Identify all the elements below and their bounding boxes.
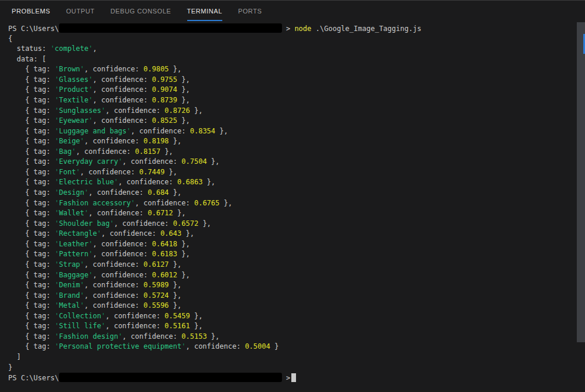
command-args: .\Google_Image_Tagging.js	[311, 25, 421, 33]
tab-output[interactable]: OUTPUT	[66, 1, 95, 21]
confidence-value: 0.5596	[143, 301, 168, 310]
output-line-tag-entry: { tag: 'Metal', confidence: 0.5596 },	[8, 301, 577, 311]
confidence-value: 0.6183	[152, 250, 177, 258]
tab-problems[interactable]: PROBLEMS	[12, 1, 50, 21]
panel-tab-bar: PROBLEMSOUTPUTDEBUG CONSOLETERMINALPORTS	[0, 1, 585, 21]
terminal-viewport[interactable]: PS C:\Users\ > node .\Google_Image_Taggi…	[0, 21, 585, 392]
prompt-prefix: PS C:\Users\	[8, 25, 59, 33]
output-line-tag-entry: { tag: 'Fashion accessory', confidence: …	[8, 198, 577, 209]
confidence-value: 0.643	[160, 229, 181, 238]
output-line-tag-entry: { tag: 'Textile', confidence: 0.8739 },	[8, 95, 577, 106]
confidence-value: 0.6765	[194, 199, 219, 207]
confidence-value: 0.5459	[164, 312, 190, 320]
confidence-value: 0.7504	[181, 157, 207, 166]
confidence-value: 0.6712	[147, 209, 173, 217]
output-line-tag-entry: { tag: 'Strap', confidence: 0.6127 },	[8, 260, 577, 270]
confidence-value: 0.8198	[143, 137, 168, 145]
prompt-line-current: PS C:\Users\ >	[8, 373, 577, 383]
confidence-value: 0.6572	[173, 219, 198, 228]
output-line-tag-entry: { tag: 'Glasses', confidence: 0.9755 },	[8, 75, 577, 85]
output-line-tag-entry: { tag: 'Luggage and bags', confidence: 0…	[8, 126, 577, 137]
confidence-value: 0.5989	[143, 281, 168, 289]
output-line-tag-entry: { tag: 'Eyewear', confidence: 0.8525 },	[8, 116, 577, 126]
output-line-tag-entry: { tag: 'Fashion design', confidence: 0.5…	[8, 332, 577, 342]
confidence-value: 0.5161	[164, 322, 190, 330]
confidence-value: 0.8157	[135, 147, 160, 156]
output-line-tag-entry: { tag: 'Rectangle', confidence: 0.643 },	[8, 229, 577, 239]
confidence-value: 0.6012	[152, 271, 177, 279]
output-line-status: status: 'complete',	[8, 44, 577, 54]
output-line-tag-entry: { tag: 'Brand', confidence: 0.5724 },	[8, 291, 577, 301]
confidence-value: 0.5153	[181, 332, 207, 341]
confidence-value: 0.8726	[164, 106, 190, 115]
output-line-data-open: data: [	[8, 54, 577, 65]
confidence-value: 0.8739	[152, 96, 177, 104]
tab-ports[interactable]: PORTS	[238, 1, 262, 21]
confidence-value: 0.5724	[143, 291, 168, 300]
confidence-value: 0.5004	[245, 342, 270, 350]
prompt-prefix: PS C:\Users\	[8, 374, 59, 382]
output-line-tag-entry: { tag: 'Collection', confidence: 0.5459 …	[8, 311, 577, 322]
confidence-value: 0.9074	[152, 85, 177, 94]
scrollbar-thumb[interactable]	[577, 22, 585, 342]
prompt-symbol: >	[282, 25, 295, 33]
redacted-username	[59, 23, 282, 33]
output-line-tag-entry: { tag: 'Beige', confidence: 0.8198 },	[8, 136, 577, 147]
output-line-tag-entry: { tag: 'Wallet', confidence: 0.6712 },	[8, 208, 577, 219]
confidence-value: 0.7449	[139, 168, 164, 176]
output-line-tag-entry: { tag: 'Personal protective equipment', …	[8, 342, 577, 352]
output-line-tag-entry: { tag: 'Baggage', confidence: 0.6012 },	[8, 270, 577, 281]
output-line-data-close: ]	[8, 352, 577, 363]
output-line-close-brace: }	[8, 363, 577, 373]
output-line-tag-entry: { tag: 'Brown', confidence: 0.9805 },	[8, 64, 577, 75]
prompt-symbol: >	[282, 374, 290, 382]
prompt-line-command: PS C:\Users\ > node .\Google_Image_Taggi…	[8, 23, 577, 34]
confidence-value: 0.9755	[152, 75, 177, 84]
confidence-value: 0.6863	[177, 178, 202, 186]
output-line-tag-entry: { tag: 'Product', confidence: 0.9074 },	[8, 85, 577, 95]
confidence-value: 0.6418	[152, 240, 177, 248]
tab-debug-console[interactable]: DEBUG CONSOLE	[111, 1, 171, 21]
confidence-value: 0.8525	[152, 116, 177, 125]
output-line-tag-entry: { tag: 'Leather', confidence: 0.6418 },	[8, 239, 577, 250]
terminal-cursor	[291, 373, 296, 382]
output-line-tag-entry: { tag: 'Font', confidence: 0.7449 },	[8, 167, 577, 178]
output-line-tag-entry: { tag: 'Electric blue', confidence: 0.68…	[8, 177, 577, 188]
vscode-bottom-panel: PROBLEMSOUTPUTDEBUG CONSOLETERMINALPORTS…	[0, 0, 585, 392]
output-line-tag-entry: { tag: 'Shoulder bag', confidence: 0.657…	[8, 219, 577, 229]
terminal-scrollbar[interactable]	[577, 21, 585, 392]
command-name: node	[294, 25, 311, 33]
output-line-tag-entry: { tag: 'Still life', confidence: 0.5161 …	[8, 321, 577, 332]
confidence-value: 0.684	[147, 188, 168, 197]
output-line-open-brace: {	[8, 34, 577, 44]
output-line-tag-entry: { tag: 'Denim', confidence: 0.5989 },	[8, 280, 577, 291]
output-line-tag-entry: { tag: 'Everyday carry', confidence: 0.7…	[8, 157, 577, 167]
confidence-value: 0.8354	[190, 127, 215, 135]
output-line-tag-entry: { tag: 'Pattern', confidence: 0.6183 },	[8, 249, 577, 260]
confidence-value: 0.6127	[143, 260, 168, 269]
tab-terminal[interactable]: TERMINAL	[187, 1, 222, 21]
confidence-value: 0.9805	[143, 65, 168, 73]
terminal-output: PS C:\Users\ > node .\Google_Image_Taggi…	[8, 23, 577, 383]
output-line-tag-entry: { tag: 'Sunglasses', confidence: 0.8726 …	[8, 106, 577, 116]
output-line-tag-entry: { tag: 'Bag', confidence: 0.8157 },	[8, 147, 577, 157]
output-line-tag-entry: { tag: 'Design', confidence: 0.684 },	[8, 188, 577, 198]
redacted-username	[59, 373, 282, 382]
